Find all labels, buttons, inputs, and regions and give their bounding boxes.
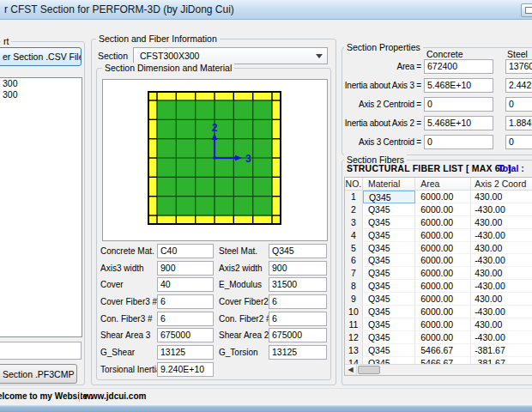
g-torsion-input[interactable]: 13125: [269, 345, 327, 360]
fiber-table-body[interactable]: 1Q3456000.00430.00 2Q3456000.00-430.00 3…: [345, 191, 532, 365]
horizontal-scrollbar[interactable]: ◀: [345, 364, 532, 375]
table-row[interactable]: 11Q3456000.00430.00: [345, 318, 532, 331]
cell-coord[interactable]: -430.00: [471, 203, 532, 216]
cell-area[interactable]: 6000.00: [415, 293, 471, 306]
section-combobox[interactable]: CFST300X300: [133, 47, 328, 64]
cover-input[interactable]: 40: [157, 277, 214, 292]
cell-coord[interactable]: 430.00: [471, 267, 532, 280]
field-label: Shear Area 2: [219, 328, 269, 342]
cell-material[interactable]: Q345: [363, 293, 415, 306]
cell-area[interactable]: 6000.00: [415, 318, 471, 331]
g-shear-input[interactable]: 13125: [157, 345, 214, 360]
export-filename-input[interactable]: [0, 342, 82, 360]
cell-area[interactable]: 5466.67: [415, 344, 471, 357]
table-row[interactable]: 3Q3456000.00430.00: [345, 216, 532, 229]
field-label: Cover Fiber3 #: [100, 294, 157, 309]
cell-coord[interactable]: 430.00: [471, 216, 532, 229]
window-control-button[interactable]: [521, 3, 532, 17]
col-header-material[interactable]: Material: [363, 178, 415, 190]
e-modulus-input[interactable]: 31500: [269, 277, 327, 292]
section-listbox[interactable]: 300 300: [0, 77, 82, 337]
scroll-left-arrow-icon[interactable]: ◀: [345, 365, 357, 375]
inertia3-concrete-input[interactable]: 5.468E+10: [424, 78, 493, 93]
cell-material[interactable]: Q345: [363, 331, 415, 344]
list-item[interactable]: 300: [0, 78, 82, 89]
cell-area[interactable]: 6000.00: [415, 203, 471, 216]
table-row[interactable]: 9Q3456000.00430.00: [345, 293, 532, 306]
shear-area3-input[interactable]: 675000: [157, 328, 214, 342]
cell-material[interactable]: Q345: [363, 242, 415, 255]
table-row[interactable]: 10Q3456000.00-430.00: [345, 306, 532, 318]
axis3-centroid-concrete-input[interactable]: 0: [424, 135, 493, 149]
cell-coord[interactable]: -430.00: [471, 306, 532, 318]
cell-coord[interactable]: 430.00: [471, 242, 532, 255]
cell-material[interactable]: Q345: [363, 306, 415, 318]
table-row[interactable]: 13Q3455466.67-381.67: [345, 344, 532, 357]
cell-material[interactable]: Q345: [363, 318, 415, 331]
concrete-mat-input[interactable]: C40: [157, 244, 214, 258]
cover-fiber2-input[interactable]: 6: [269, 294, 327, 309]
axis2-centroid-steel-input[interactable]: 0: [505, 97, 532, 112]
cell-material[interactable]: Q345: [363, 267, 415, 280]
cell-area[interactable]: 6000.00: [415, 216, 471, 229]
torsional-inertia-input[interactable]: 9.240E+10: [157, 362, 214, 377]
cell-material[interactable]: Q345: [363, 216, 415, 229]
field-label: Torsional Inertia: [100, 362, 161, 377]
axis2-label: 2: [212, 122, 218, 134]
cell-area[interactable]: 6000.00: [415, 229, 471, 242]
axis2-centroid-concrete-input[interactable]: 0: [424, 97, 493, 112]
cover-fiber3-input[interactable]: 6: [157, 294, 214, 309]
con-fiber3-input[interactable]: 6: [157, 312, 214, 326]
cell-material[interactable]: Q345: [363, 344, 415, 357]
list-item[interactable]: 300: [0, 89, 82, 100]
cell-area[interactable]: 6000.00: [415, 254, 471, 267]
axis3-width-input[interactable]: 900: [157, 261, 214, 276]
cell-area[interactable]: 6000.00: [415, 267, 471, 280]
inertia2-steel-input[interactable]: 1.884E: [505, 116, 532, 130]
cell-area[interactable]: 6000.00: [415, 191, 471, 203]
area-steel-input[interactable]: 137600: [505, 59, 532, 74]
shear-area2-input[interactable]: 675000: [269, 328, 327, 342]
table-row[interactable]: 7Q3456000.00430.00: [345, 267, 532, 280]
cell-material[interactable]: Q345: [363, 229, 415, 242]
fiber-table[interactable]: NO. Material Area Axis 2 Coord 1Q3456000…: [344, 177, 532, 376]
cell-coord[interactable]: -381.67: [471, 344, 532, 357]
cell-area[interactable]: 6000.00: [415, 306, 471, 318]
cell-area[interactable]: 6000.00: [415, 331, 471, 344]
table-row[interactable]: 5Q3456000.00430.00: [345, 242, 532, 255]
cell-coord[interactable]: -430.00: [471, 229, 532, 242]
scrollbar-thumb[interactable]: [358, 366, 380, 374]
cell-material[interactable]: Q345: [363, 280, 415, 293]
title-bar[interactable]: r CFST Section for PERFORM-3D (by JiDong…: [0, 0, 532, 20]
axis2-width-input[interactable]: 900: [269, 261, 327, 276]
table-row[interactable]: 4Q3456000.00-430.00: [345, 229, 532, 242]
area-concrete-input[interactable]: 672400: [424, 59, 493, 74]
cell-coord[interactable]: 430.00: [471, 191, 532, 203]
table-row[interactable]: 2Q3456000.00-430.00: [345, 203, 532, 216]
fiber-table-header[interactable]: NO. Material Area Axis 2 Coord: [345, 178, 532, 191]
col-header-axis2coord[interactable]: Axis 2 Coord: [471, 178, 532, 190]
col-header-area[interactable]: Area: [415, 178, 471, 190]
cell-coord[interactable]: 430.00: [471, 293, 532, 306]
cell-material[interactable]: Q345: [363, 203, 415, 216]
table-row[interactable]: 6Q3456000.00-430.00: [345, 254, 532, 267]
cell-coord[interactable]: -430.00: [471, 280, 532, 293]
con-fiber2-input[interactable]: 6: [269, 312, 327, 326]
cell-coord[interactable]: -430.00: [471, 331, 532, 344]
cell-material[interactable]: Q345: [363, 191, 415, 203]
table-row[interactable]: 12Q3456000.00-430.00: [345, 331, 532, 344]
col-header-no[interactable]: NO.: [345, 178, 363, 190]
cell-area[interactable]: 6000.00: [415, 280, 471, 293]
import-csv-button[interactable]: er Section .CSV File: [0, 47, 82, 66]
cell-material[interactable]: Q345: [363, 254, 415, 267]
table-row[interactable]: 8Q3456000.00-430.00: [345, 280, 532, 293]
table-row[interactable]: 1Q3456000.00430.00: [345, 191, 532, 203]
export-pf3cmp-button[interactable]: Section .PF3CMP File: [0, 364, 77, 384]
inertia2-concrete-input[interactable]: 5.468E+10: [424, 116, 493, 130]
axis3-centroid-steel-input[interactable]: 0: [505, 135, 532, 149]
inertia3-steel-input[interactable]: 2.442E: [505, 78, 532, 93]
cell-coord[interactable]: -430.00: [471, 254, 532, 267]
cell-area[interactable]: 6000.00: [415, 242, 471, 255]
steel-mat-input[interactable]: Q345: [269, 244, 327, 258]
cell-coord[interactable]: 430.00: [471, 318, 532, 331]
